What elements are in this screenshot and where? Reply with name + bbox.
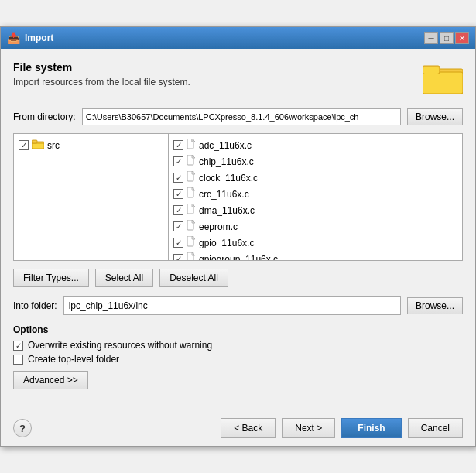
- top-level-checkbox[interactable]: [13, 355, 23, 365]
- file-icon: [187, 252, 196, 260]
- select-all-button[interactable]: Select All: [95, 269, 153, 287]
- window-icon: 📥: [7, 32, 20, 44]
- from-directory-browse-button[interactable]: Browse...: [407, 108, 463, 125]
- back-button[interactable]: < Back: [221, 418, 276, 438]
- list-item[interactable]: gpio_11u6x.c: [172, 235, 459, 251]
- dialog-content: File system Import resources from the lo…: [1, 49, 475, 410]
- list-item[interactable]: crc_11u6x.c: [172, 186, 459, 202]
- file-icon: [187, 220, 196, 233]
- overwrite-label: Overwrite existing resources without war…: [28, 340, 212, 351]
- top-level-option-row: Create top-level folder: [13, 354, 463, 365]
- file-icon: [187, 236, 196, 249]
- file-list-panel[interactable]: adc_11u6x.c chip_11u6x.c clock_11u6x.c: [169, 134, 462, 260]
- list-item[interactable]: eeprom.c: [172, 218, 459, 235]
- from-directory-row: From directory: C:\Users\B30657\Document…: [13, 108, 463, 125]
- svg-rect-1: [423, 72, 463, 94]
- footer-left: ?: [13, 419, 32, 437]
- help-button[interactable]: ?: [13, 419, 32, 437]
- into-folder-browse-button[interactable]: Browse...: [407, 297, 463, 314]
- file-label: clock_11u6x.c: [199, 173, 258, 183]
- file-checkbox[interactable]: [173, 221, 183, 231]
- file-label: gpiogroup_11u6x.c: [199, 254, 278, 261]
- top-level-label: Create top-level folder: [28, 354, 119, 365]
- deselect-all-button[interactable]: Deselect All: [159, 269, 228, 287]
- list-item[interactable]: adc_11u6x.c: [172, 137, 459, 153]
- list-item[interactable]: gpiogroup_11u6x.c: [172, 251, 459, 260]
- file-panels: src adc_11u6x.c chip_11u6x.c: [13, 133, 463, 261]
- header-section: File system Import resources from the lo…: [13, 61, 463, 98]
- file-icon: [187, 187, 196, 201]
- file-checkbox[interactable]: [173, 238, 183, 248]
- finish-button[interactable]: Finish: [341, 418, 401, 438]
- file-icon: [187, 171, 196, 184]
- footer-right: < Back Next > Finish Cancel: [221, 418, 463, 438]
- from-directory-combo[interactable]: C:\Users\B30657\Documents\LPCXpresso_8.1…: [82, 108, 401, 125]
- list-item[interactable]: dma_11u6x.c: [172, 202, 459, 218]
- file-label: eeprom.c: [199, 221, 238, 232]
- list-item[interactable]: chip_11u6x.c: [172, 153, 459, 170]
- titlebar-buttons: ─ □ ✕: [424, 32, 469, 44]
- dialog-title: File system: [13, 61, 190, 74]
- file-checkbox[interactable]: [173, 205, 183, 215]
- svg-rect-3: [423, 67, 439, 74]
- file-label: gpio_11u6x.c: [199, 238, 254, 248]
- file-label: chip_11u6x.c: [199, 156, 254, 167]
- file-icon: [187, 155, 196, 168]
- cancel-button[interactable]: Cancel: [408, 418, 463, 438]
- into-folder-row: Into folder: Browse...: [13, 296, 463, 315]
- action-buttons-row: Filter Types... Select All Deselect All: [13, 269, 463, 287]
- overwrite-checkbox[interactable]: [13, 341, 23, 351]
- filter-types-button[interactable]: Filter Types...: [13, 269, 89, 287]
- overwrite-option-row: Overwrite existing resources without war…: [13, 340, 463, 351]
- close-button[interactable]: ✕: [455, 32, 469, 44]
- dialog-footer: ? < Back Next > Finish Cancel: [1, 410, 475, 446]
- file-checkbox[interactable]: [173, 254, 183, 260]
- svg-rect-5: [32, 143, 44, 149]
- from-directory-label: From directory:: [13, 111, 76, 122]
- into-folder-input[interactable]: [63, 296, 401, 315]
- directory-tree-panel: src: [14, 134, 169, 260]
- file-icon: [187, 204, 196, 217]
- titlebar-left: 📥 Import: [7, 32, 53, 44]
- import-dialog: 📥 Import ─ □ ✕ File system Import resour…: [0, 26, 476, 447]
- file-label: dma_11u6x.c: [199, 205, 255, 216]
- folder-large-icon: [423, 61, 463, 98]
- src-checkbox[interactable]: [19, 140, 29, 150]
- file-checkbox[interactable]: [173, 173, 183, 183]
- list-item[interactable]: clock_11u6x.c: [172, 170, 459, 186]
- file-label: adc_11u6x.c: [199, 140, 252, 151]
- file-checkbox[interactable]: [173, 140, 183, 150]
- src-label: src: [47, 140, 60, 151]
- window-title: Import: [25, 33, 53, 43]
- dialog-subtitle: Import resources from the local file sys…: [13, 77, 190, 87]
- tree-item-src[interactable]: src: [17, 137, 165, 153]
- file-checkbox[interactable]: [173, 189, 183, 199]
- titlebar: 📥 Import ─ □ ✕: [1, 27, 475, 49]
- file-label: crc_11u6x.c: [199, 189, 249, 200]
- header-text: File system Import resources from the lo…: [13, 61, 190, 87]
- folder-icon: [32, 139, 44, 152]
- options-title: Options: [13, 324, 463, 335]
- svg-rect-6: [32, 140, 37, 143]
- maximize-button[interactable]: □: [440, 32, 454, 44]
- minimize-button[interactable]: ─: [424, 32, 438, 44]
- file-icon: [187, 139, 196, 152]
- next-button[interactable]: Next >: [282, 418, 335, 438]
- advanced-button[interactable]: Advanced >>: [13, 371, 88, 389]
- file-checkbox[interactable]: [173, 156, 183, 166]
- options-section: Options Overwrite existing resources wit…: [13, 324, 463, 389]
- into-folder-label: Into folder:: [13, 300, 57, 311]
